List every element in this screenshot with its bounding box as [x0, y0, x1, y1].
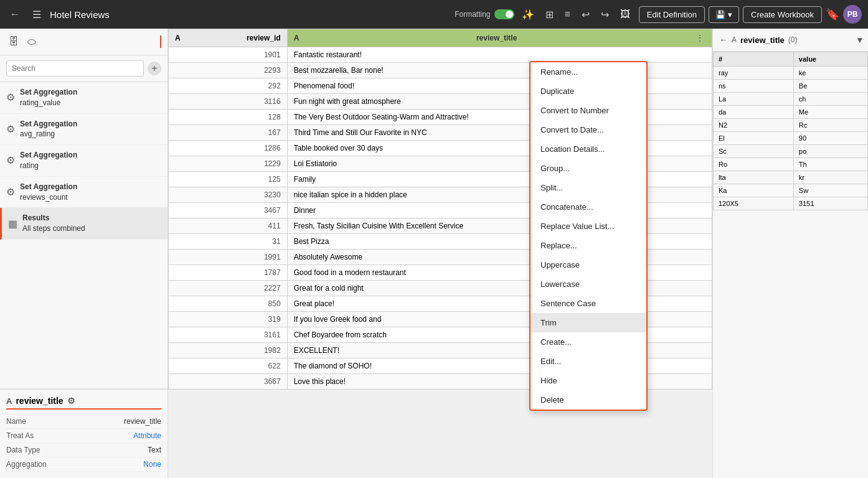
right-col-header-num: #	[714, 52, 794, 67]
list-button[interactable]: ≡	[561, 6, 574, 22]
right-table-row: lta kr	[714, 171, 868, 184]
step-icon: ⚙	[6, 186, 15, 198]
context-menu-item-15[interactable]: Edit...	[531, 352, 646, 371]
field-settings-icon[interactable]: ⚙	[67, 396, 75, 406]
right-cell-val: Me	[793, 106, 867, 119]
col-menu-button[interactable]: ⋮	[694, 33, 705, 43]
topbar-left: ← ☰ Hotel Reviews	[6, 6, 450, 23]
context-menu-item-0[interactable]: Rename...	[531, 62, 646, 82]
right-table-row: Ro Th	[714, 158, 868, 171]
col-type-icon: A	[294, 34, 300, 42]
context-menu-item-11[interactable]: Lowercase	[531, 274, 646, 294]
context-menu-item-13[interactable]: Trim	[531, 313, 646, 332]
prop-value: review_title	[124, 417, 161, 426]
data-area: A review_id A review_title ⋮	[168, 29, 712, 478]
col-header-review-id: A review_id	[169, 29, 288, 47]
context-menu-item-1[interactable]: Duplicate	[531, 82, 646, 101]
right-table-row: 120X5 3151	[714, 197, 868, 210]
right-cell-val: Be	[793, 80, 867, 93]
sidebar-shape-icon[interactable]: ⬭	[25, 34, 39, 50]
context-menu-item-9[interactable]: Replace...	[531, 236, 646, 255]
create-workbook-button[interactable]: Create Workbook	[743, 6, 822, 23]
col-label: review_title	[476, 34, 517, 42]
cell-id: 850	[169, 296, 288, 312]
search-input[interactable]	[6, 60, 144, 77]
redo-button[interactable]: ↪	[597, 6, 613, 23]
cell-title: Family	[287, 172, 712, 187]
grid-button[interactable]: ⊞	[542, 6, 557, 23]
cell-id: 3161	[169, 327, 288, 343]
context-menu-item-4[interactable]: Location Details...	[531, 139, 646, 159]
image-button[interactable]: 🖼	[616, 6, 634, 22]
field-type-indicator: A	[6, 396, 12, 406]
context-menu-item-10[interactable]: Uppercase	[531, 255, 646, 274]
context-menu-item-14[interactable]: Create...	[531, 332, 646, 352]
col-label: review_id	[247, 34, 281, 42]
cell-title: Fantastic restaurant!	[287, 47, 712, 63]
cell-title: Third Time and Still Our Favorite in NYC	[287, 125, 712, 141]
steps-list: ⚙ Set Aggregationrating_value ⚙ Set Aggr…	[0, 82, 167, 388]
context-menu-item-8[interactable]: Replace Value List...	[531, 217, 646, 236]
cell-title: Good food in a modern restaurant	[287, 265, 712, 281]
sidebar-step-4[interactable]: ▦ ResultsAll steps combined	[0, 208, 167, 240]
context-menu-item-3[interactable]: Convert to Date...	[531, 120, 646, 139]
prop-value[interactable]: Attribute	[133, 431, 161, 440]
cell-id: 1991	[169, 250, 288, 265]
context-menu: Rename...DuplicateConvert to NumberConve…	[529, 61, 648, 411]
field-prop-row-3: Aggregation None	[6, 457, 161, 472]
prop-value[interactable]: None	[143, 460, 161, 469]
cell-id: 1229	[169, 156, 288, 172]
context-menu-item-2[interactable]: Convert to Number	[531, 101, 646, 120]
cell-title: Great for a cold night	[287, 281, 712, 296]
add-step-button[interactable]: +	[148, 62, 161, 75]
step-label: ResultsAll steps combined	[22, 213, 85, 234]
cell-id: 3467	[169, 203, 288, 218]
step-icon: ▦	[8, 218, 17, 230]
right-table-wrapper[interactable]: # value ray ke ns Be La ch da Me N2 Rc E…	[713, 52, 868, 478]
context-menu-item-17[interactable]: Delete	[531, 390, 646, 410]
right-cell-val: Th	[793, 158, 867, 171]
cell-id: 3230	[169, 187, 288, 203]
edit-definition-button[interactable]: Edit Definition	[639, 6, 705, 23]
cell-id: 2227	[169, 281, 288, 296]
bookmark-icon[interactable]: 🔖	[826, 7, 839, 21]
cell-id: 31	[169, 234, 288, 250]
right-panel-back-icon[interactable]: ←	[719, 35, 728, 45]
topbar-center: Formatting ✨ ⊞ ≡ ↩ ↪ 🖼	[455, 6, 634, 23]
cell-id: 128	[169, 110, 288, 125]
right-panel-expand-icon[interactable]: ▾	[857, 35, 862, 45]
sidebar-db-icon[interactable]: 🗄	[6, 34, 21, 50]
context-menu-item-7[interactable]: Concatenate...	[531, 197, 646, 217]
cell-id: 1982	[169, 343, 288, 358]
cell-id: 319	[169, 312, 288, 327]
context-menu-item-6[interactable]: Split...	[531, 178, 646, 197]
sidebar-step-2[interactable]: ⚙ Set Aggregationrating	[0, 145, 167, 177]
undo-button[interactable]: ↩	[578, 6, 593, 23]
context-menu-item-16[interactable]: Hide	[531, 371, 646, 390]
cell-title: Loi Estiatorio	[287, 156, 712, 172]
right-panel-count: (0)	[788, 35, 798, 44]
prop-value: Text	[148, 446, 161, 454]
magic-button[interactable]: ✨	[518, 6, 538, 23]
right-table-row: ray ke	[714, 67, 868, 80]
right-cell-val: 3151	[793, 197, 867, 210]
sidebar: 🗄 ⬭ + ⚙ Set Aggregationrating_value ⚙ Se…	[0, 29, 168, 478]
step-label: Set Aggregationrating	[20, 150, 77, 171]
field-prop-row-1: Treat As Attribute	[6, 429, 161, 443]
context-menu-item-5[interactable]: Group...	[531, 159, 646, 178]
save-button[interactable]: 💾 ▾	[709, 6, 739, 23]
prop-label: Data Type	[6, 446, 40, 454]
context-menu-item-12[interactable]: Sentence Case	[531, 294, 646, 313]
sidebar-step-0[interactable]: ⚙ Set Aggregationrating_value	[0, 82, 167, 114]
avatar[interactable]: PB	[843, 5, 862, 24]
cell-id: 125	[169, 172, 288, 187]
back-button[interactable]: ←	[6, 6, 24, 22]
sidebar-step-1[interactable]: ⚙ Set Aggregationavg_rating	[0, 114, 167, 146]
cell-title: nice italian spice in a hidden place	[287, 187, 712, 203]
cell-title: Phenomenal food!	[287, 78, 712, 94]
right-table-body: ray ke ns Be La ch da Me N2 Rc El 90 Sc …	[714, 67, 868, 210]
formatting-toggle-pill[interactable]	[494, 9, 514, 19]
cell-title: The diamond of SOHO!	[287, 358, 712, 374]
sidebar-step-3[interactable]: ⚙ Set Aggregationreviews_count	[0, 177, 167, 209]
cell-id: 1901	[169, 47, 288, 63]
